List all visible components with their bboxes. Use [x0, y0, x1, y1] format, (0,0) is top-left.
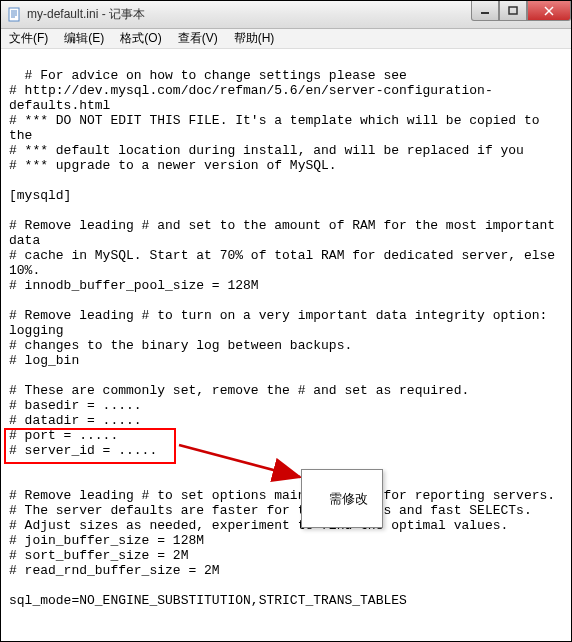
close-button[interactable] — [527, 1, 571, 21]
maximize-button[interactable] — [499, 1, 527, 21]
annotation-label: 需修改 — [301, 469, 383, 528]
svg-line-10 — [179, 445, 300, 477]
minimize-button[interactable] — [471, 1, 499, 21]
annotation-arrow — [176, 437, 316, 487]
titlebar: my-default.ini - 记事本 — [1, 1, 571, 29]
menu-help[interactable]: 帮助(H) — [230, 29, 279, 48]
text-area[interactable]: # For advice on how to change settings p… — [1, 49, 571, 641]
window-title: my-default.ini - 记事本 — [27, 6, 145, 23]
menu-view[interactable]: 查看(V) — [174, 29, 222, 48]
annotation-text: 需修改 — [329, 491, 368, 506]
menu-file[interactable]: 文件(F) — [5, 29, 52, 48]
file-content: # For advice on how to change settings p… — [9, 68, 563, 608]
window-controls — [471, 1, 571, 21]
menu-edit[interactable]: 编辑(E) — [60, 29, 108, 48]
menu-format[interactable]: 格式(O) — [116, 29, 165, 48]
notepad-icon — [7, 7, 23, 23]
menubar: 文件(F) 编辑(E) 格式(O) 查看(V) 帮助(H) — [1, 29, 571, 49]
svg-rect-6 — [509, 7, 517, 14]
